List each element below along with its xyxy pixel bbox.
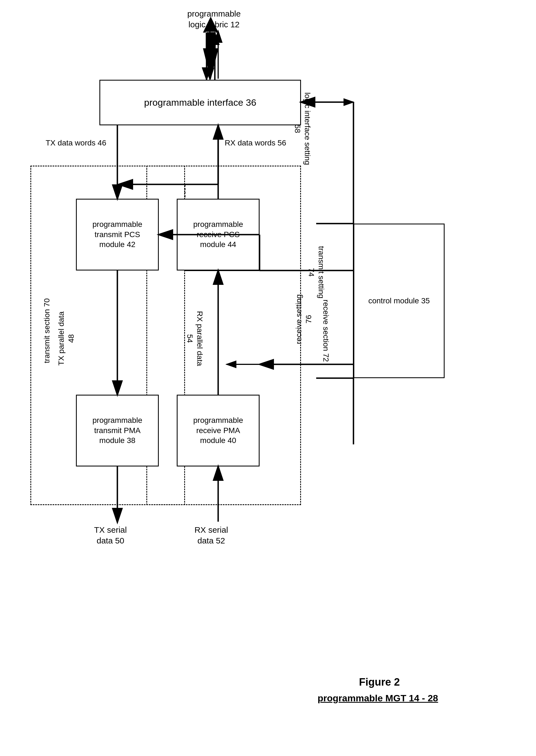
figure-label: Figure 2 (359, 676, 400, 688)
programmable-interface-box: programmable interface 36 (99, 80, 301, 125)
tx-serial-data-label: TX serialdata 50 (77, 524, 144, 546)
figure-sublabel: programmable MGT 14 - 28 (318, 693, 438, 704)
prog-tx-pma-box: programmabletransmit PMAmodule 38 (76, 395, 159, 466)
transmit-section-label: transmit section 70 (42, 298, 52, 364)
diagram-container: programmablelogic fabric 12 programmable… (0, 0, 536, 756)
receive-setting-label: receive setting 76 (294, 292, 314, 347)
logic-interface-setting-label: logic interface setting 58 (292, 87, 313, 170)
logic-fabric-label: programmablelogic fabric 12 (171, 8, 257, 30)
control-module-box: control module 35 (353, 224, 445, 378)
prog-tx-pcs-box: programmabletransmit PCSmodule 42 (76, 199, 159, 270)
prog-rx-pcs-box: programmablereceive PCSmodule 44 (177, 199, 259, 270)
rx-data-words-label: RX data words 56 (221, 138, 290, 148)
rx-serial-data-label: RX serialdata 52 (178, 524, 244, 546)
tx-parallel-data-label: TX parallel data 48 (56, 308, 77, 369)
tx-data-words-label: TX data words 46 (42, 138, 111, 148)
prog-rx-pma-box: programmablereceive PMAmodule 40 (177, 395, 259, 466)
rx-parallel-data-label: RX parallel data 54 (185, 308, 205, 369)
receive-section-label: receive section 72 (321, 298, 331, 364)
